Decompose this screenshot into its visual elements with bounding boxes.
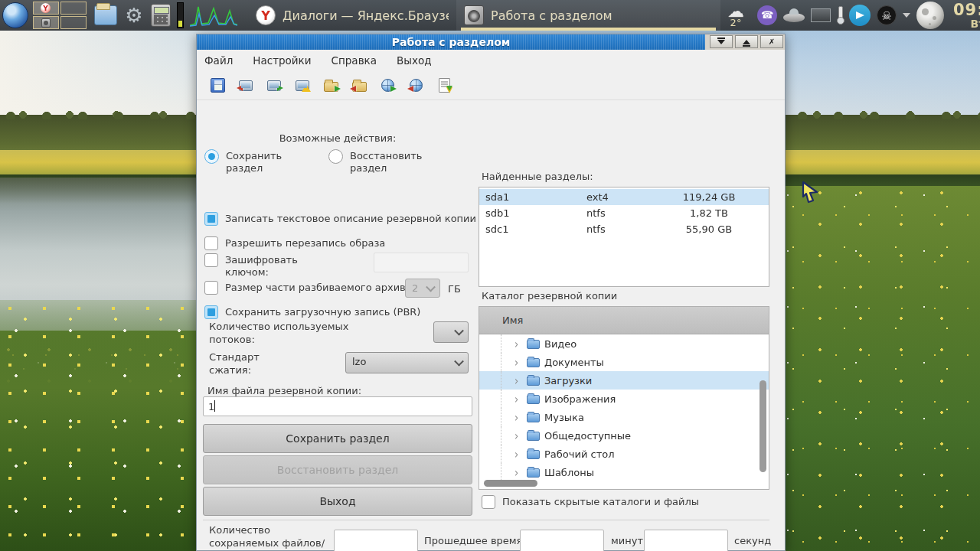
tree-item[interactable]: ›Музыка <box>479 408 769 426</box>
network-save-icon[interactable] <box>377 76 397 96</box>
saving-count-field[interactable] <box>334 530 418 551</box>
skull-icon[interactable]: ☠ <box>877 5 897 25</box>
moon-phase-icon[interactable] <box>916 2 944 29</box>
checkbox-split-archive[interactable]: Размер части разбиваемого архива: <box>204 281 415 295</box>
desktop: ⚙ Диалоги — Яндекс.Браузе Работа с разде… <box>0 0 980 551</box>
network-restore-icon[interactable] <box>406 76 426 96</box>
mail-icon[interactable] <box>811 8 831 22</box>
expander-icon[interactable]: › <box>514 337 522 350</box>
menu-settings[interactable]: Настройки <box>253 54 311 67</box>
export-document-icon[interactable] <box>434 76 454 96</box>
checkbox-icon[interactable] <box>204 212 218 226</box>
maximize-button[interactable] <box>735 35 758 48</box>
encrypt-key-input[interactable] <box>374 253 469 272</box>
menu-file[interactable]: Файл <box>204 54 233 67</box>
checkbox-show-hidden[interactable]: Показать скрытые каталоги и файлы <box>482 495 699 509</box>
task-partition-tool[interactable]: Работа с разделом <box>456 0 720 31</box>
backup-dir-tree: Имя ›Видео ›Документы ›Загрузки ›Изображ… <box>479 306 769 490</box>
folder-icon <box>527 413 540 422</box>
tree-item[interactable]: ›Рабочий стол <box>479 445 769 463</box>
expander-icon[interactable]: › <box>514 355 522 369</box>
menu-help[interactable]: Справка <box>332 54 377 67</box>
ufo-icon[interactable] <box>783 13 805 22</box>
launcher-icon[interactable] <box>2 2 28 28</box>
threads-select[interactable] <box>433 321 469 343</box>
tree-item[interactable]: ›Документы <box>479 353 769 371</box>
tree-horizontal-scrollbar[interactable] <box>484 480 537 487</box>
partition-row[interactable]: sdc1ntfs55,90 GB <box>479 221 769 237</box>
checkbox-icon[interactable] <box>204 305 218 319</box>
weather-widget[interactable]: ☁ 2° <box>720 3 751 28</box>
saving-count-label: Количество сохраняемых файлов/каталогов: <box>209 524 335 551</box>
close-button[interactable]: ✗ <box>760 35 783 48</box>
save-screen-icon[interactable] <box>264 76 284 96</box>
expander-icon[interactable]: › <box>514 447 522 461</box>
gear-icon[interactable]: ⚙ <box>123 5 145 26</box>
tree-item-selected[interactable]: ›Загрузки <box>479 371 769 390</box>
expander-icon[interactable]: › <box>514 465 522 479</box>
folder-icon <box>527 450 540 459</box>
checkbox-encrypt-key[interactable]: Зашифровать ключом: <box>204 253 312 279</box>
workspace-2[interactable] <box>60 2 87 15</box>
expander-icon[interactable]: › <box>514 392 522 406</box>
title-row: Работа с разделом ✗ <box>197 34 785 50</box>
file-manager-icon[interactable] <box>94 5 117 25</box>
compression-select[interactable]: lzo <box>345 352 469 373</box>
checkbox-allow-overwrite[interactable]: Разрешить перезапись образа <box>204 236 385 250</box>
actions-group-label: Возможные действия: <box>203 132 472 145</box>
viber-icon[interactable]: ☎ <box>757 5 777 25</box>
tree-item[interactable]: ›Шаблоны <box>479 463 769 481</box>
tree-item[interactable]: ›Видео <box>479 334 769 353</box>
exit-button[interactable]: Выход <box>203 487 472 516</box>
cpu-meter-bar <box>177 2 184 28</box>
radio-restore-partition[interactable]: Восстановить раздел <box>328 149 459 175</box>
minimize-button[interactable] <box>710 35 733 48</box>
menu-bar: Файл Настройки Справка Выход <box>197 50 785 71</box>
telegram-icon[interactable] <box>849 5 871 26</box>
split-size-select[interactable]: 2 <box>405 279 440 298</box>
expander-icon[interactable]: › <box>514 429 522 442</box>
folder-save-icon[interactable] <box>321 76 341 96</box>
calculator-icon[interactable] <box>151 4 171 27</box>
radio-save-partition[interactable]: Сохранить раздел <box>204 149 319 175</box>
filename-input[interactable]: 1 <box>203 396 472 416</box>
clock-widget[interactable]: 09:50:12 Вт 3 апр <box>953 2 980 30</box>
restore-screen-icon[interactable] <box>236 76 256 96</box>
expander-icon[interactable]: › <box>514 410 522 424</box>
screen-warning-icon[interactable] <box>292 76 312 96</box>
checkbox-write-description[interactable]: Записать текстовое описание резервной ко… <box>204 212 476 226</box>
workspace-3[interactable] <box>33 16 59 29</box>
save-partition-button[interactable]: Сохранить раздел <box>203 424 472 453</box>
tree-item[interactable]: ›Изображения <box>479 390 769 408</box>
title-bar[interactable]: Работа с разделом <box>197 34 705 50</box>
menu-exit[interactable]: Выход <box>397 54 432 67</box>
checkbox-icon[interactable] <box>204 281 218 295</box>
task-label: Работа с разделом <box>491 8 612 23</box>
tree-vertical-scrollbar[interactable] <box>760 380 766 472</box>
radio-icon[interactable] <box>204 149 219 164</box>
hard-disk-icon <box>464 5 484 25</box>
radio-icon[interactable] <box>328 149 343 164</box>
expander-icon[interactable]: › <box>514 373 522 387</box>
partition-row[interactable]: sda1ext4119,24 GB <box>479 189 769 205</box>
checkbox-icon[interactable] <box>204 253 218 267</box>
tree-header-name[interactable]: Имя <box>479 307 769 334</box>
workspace-pager[interactable] <box>33 2 87 29</box>
restore-partition-button[interactable]: Восстановить раздел <box>203 455 472 484</box>
yandex-browser-icon <box>256 5 276 25</box>
workspace-4[interactable] <box>60 16 87 29</box>
elapsed-minutes-field[interactable] <box>520 530 604 551</box>
partition-row[interactable]: sdb1ntfs1,82 TB <box>479 205 769 221</box>
checkbox-icon[interactable] <box>204 236 218 250</box>
checkbox-icon[interactable] <box>482 495 495 509</box>
tree-item[interactable]: ›Общедоступные <box>479 426 769 445</box>
workspace-1[interactable] <box>33 2 59 15</box>
task-label: Диалоги — Яндекс.Браузе <box>283 8 449 23</box>
checkbox-save-pbr[interactable]: Сохранить загрузочную запись (PBR) <box>204 305 420 319</box>
elapsed-seconds-field[interactable] <box>644 530 728 551</box>
save-icon[interactable] <box>207 76 227 96</box>
task-yandex-browser[interactable]: Диалоги — Яндекс.Браузе <box>248 0 456 31</box>
folder-restore-icon[interactable] <box>349 76 369 96</box>
chevron-down-icon[interactable] <box>903 13 910 18</box>
thermometer-icon[interactable] <box>837 6 843 24</box>
